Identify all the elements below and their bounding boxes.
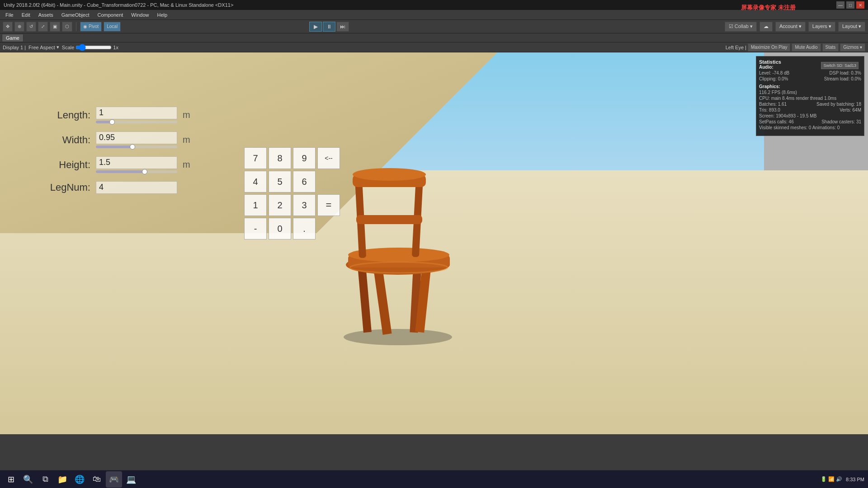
mute-audio-button[interactable]: Mute Audio <box>792 43 821 52</box>
menu-window[interactable]: Window <box>127 11 152 19</box>
height-slider-fill <box>96 170 145 173</box>
tool-transform[interactable]: ⬡ <box>62 22 72 32</box>
layout-button[interactable]: Layout ▾ <box>838 22 865 32</box>
numpad-0[interactable]: 0 <box>269 218 291 239</box>
gizmos-button[interactable]: Gizmos ▾ <box>840 43 865 52</box>
stats-graphics-section: Graphics: 116.2 FPS (8.6ms) CPU: main 8.… <box>759 84 861 130</box>
stats-cpu: CPU: main 8.4ms render thread 1.0ms <box>759 96 861 101</box>
aspect-selector[interactable]: Free Aspect ▾ <box>28 44 59 50</box>
width-slider-track <box>96 145 177 148</box>
taskbar-search[interactable]: 🔍 <box>20 471 36 488</box>
taskbar: ⊞ 🔍 ⧉ 📁 🌐 🛍 🎮 💻 🔋 📶 🔊 8:33 PM <box>0 470 868 488</box>
numpad-1[interactable]: 1 <box>244 194 267 216</box>
stats-clipping: Clipping: 0.0% Stream load: 0.0% <box>759 76 861 81</box>
account-button[interactable]: Account ▾ <box>775 22 806 32</box>
play-button[interactable]: ▶ <box>309 22 322 32</box>
taskbar-explorer[interactable]: 📁 <box>54 471 71 488</box>
numpad-7[interactable]: 7 <box>244 147 267 169</box>
stats-button[interactable]: Stats <box>822 43 839 52</box>
height-slider-track <box>96 170 177 173</box>
chair-front-leg-left <box>373 264 392 335</box>
minimize-button[interactable]: — <box>836 1 844 9</box>
tool-hand[interactable]: ✥ <box>3 22 13 32</box>
start-button[interactable]: ⊞ <box>4 472 18 487</box>
taskbar-edge[interactable]: 🌐 <box>71 471 88 488</box>
display-selector: Display 1 | <box>3 45 26 50</box>
play-controls: ▶ ⏸ ⏭ <box>309 22 349 32</box>
width-control-row: Width: 0.95 m <box>45 131 190 148</box>
numpad-2[interactable]: 2 <box>269 194 291 216</box>
switch-sd-button[interactable]: Switch SD: Sad13 <box>821 62 859 69</box>
height-input[interactable]: 1.5 <box>96 156 177 169</box>
scale-label: Scale <box>62 45 75 50</box>
maximize-button[interactable]: □ <box>846 1 854 9</box>
taskbar-task-view[interactable]: ⧉ <box>37 471 53 488</box>
aspect-label: Free Aspect <box>28 45 55 50</box>
game-tab[interactable]: Game <box>2 34 24 42</box>
collab-button[interactable]: ☑ Collab ▾ <box>725 22 757 32</box>
numpad-3[interactable]: 3 <box>293 194 316 216</box>
right-game-controls: Left Eye | Maximize On Play Mute Audio S… <box>726 43 865 52</box>
menu-file[interactable]: File <box>2 11 17 19</box>
numpad-8[interactable]: 8 <box>269 147 291 169</box>
pivot-button[interactable]: ◉ Pivot <box>80 22 102 32</box>
tool-move[interactable]: ⊕ <box>14 22 24 32</box>
legnum-control-row: LegNum: 4 <box>45 181 190 194</box>
stats-skinned: Visible skinned meshes: 0 Animations: 0 <box>759 125 861 130</box>
length-input[interactable]: 1 <box>96 107 177 119</box>
tool-rect[interactable]: ▣ <box>50 22 60 32</box>
maximize-on-play-button[interactable]: Maximize On Play <box>748 43 791 52</box>
layers-button[interactable]: Layers ▾ <box>808 22 835 32</box>
chair-back-top-surface <box>353 168 426 181</box>
watermark: 屏幕录像专家 未注册 <box>741 4 796 12</box>
pause-button[interactable]: ⏸ <box>323 22 335 32</box>
numpad-grid: 7 8 9 <-- 4 5 6 1 2 3 = - 0 . <box>244 147 340 239</box>
stats-screen: Screen: 1904x893 - 19.5 MB <box>759 113 861 118</box>
scale-slider[interactable] <box>75 45 112 50</box>
legnum-input[interactable]: 4 <box>96 181 177 194</box>
window-controls: — □ ✕ <box>836 1 864 9</box>
numpad-minus[interactable]: - <box>244 218 267 239</box>
stats-graphics-title: Graphics: <box>759 84 861 89</box>
width-label: Width: <box>45 134 90 146</box>
app-title: Unity 2018.2.0f2 (64bit) - Main.unity - … <box>4 2 233 8</box>
numpad-equals[interactable]: = <box>317 194 340 216</box>
chair-shadow <box>344 329 452 345</box>
length-control-row: Length: 1 m <box>45 107 190 123</box>
game-tab-bar: Game <box>0 33 868 42</box>
width-slider-thumb[interactable] <box>130 144 135 150</box>
menu-help[interactable]: Help <box>153 11 171 19</box>
stats-fps: 116.2 FPS (8.6ms) <box>759 90 861 95</box>
numpad-5[interactable]: 5 <box>269 171 291 192</box>
numpad-backspace[interactable]: <-- <box>317 147 340 169</box>
left-eye-label: Left Eye <box>726 45 744 50</box>
height-slider-thumb[interactable] <box>142 169 147 174</box>
step-button[interactable]: ⏭ <box>336 22 349 32</box>
length-slider-thumb[interactable] <box>109 119 115 125</box>
tool-rotate[interactable]: ↺ <box>26 22 36 32</box>
numpad-6[interactable]: 6 <box>293 171 316 192</box>
top-right-controls: ☑ Collab ▾ ☁ Account ▾ Layers ▾ Layout ▾ <box>725 22 865 32</box>
taskbar-store[interactable]: 🛍 <box>89 471 105 488</box>
taskbar-vs[interactable]: 💻 <box>123 471 139 488</box>
taskbar-unity[interactable]: 🎮 <box>106 471 122 488</box>
numpad-9[interactable]: 9 <box>293 147 316 169</box>
tool-scale[interactable]: ⤢ <box>38 22 48 32</box>
numpad-4[interactable]: 4 <box>244 171 267 192</box>
menu-assets[interactable]: Assets <box>35 11 57 19</box>
height-unit: m <box>183 160 190 170</box>
local-button[interactable]: Local <box>104 22 121 32</box>
menu-bar: File Edit Assets GameObject Component Wi… <box>0 10 868 20</box>
width-input[interactable]: 0.95 <box>96 131 177 144</box>
close-button[interactable]: ✕ <box>856 1 864 9</box>
numpad-dot[interactable]: . <box>293 218 316 239</box>
menu-gameobject[interactable]: GameObject <box>58 11 93 19</box>
cloud-button[interactable]: ☁ <box>760 22 773 32</box>
menu-edit[interactable]: Edit <box>18 11 34 19</box>
scale-value: 1x <box>113 45 118 50</box>
scale-control: Scale 1x <box>62 45 118 50</box>
menu-component[interactable]: Component <box>94 11 127 19</box>
game-controls-bar: Display 1 | Free Aspect ▾ Scale 1x Left … <box>0 42 868 52</box>
height-label: Height: <box>45 159 90 171</box>
legnum-label: LegNum: <box>45 182 90 193</box>
